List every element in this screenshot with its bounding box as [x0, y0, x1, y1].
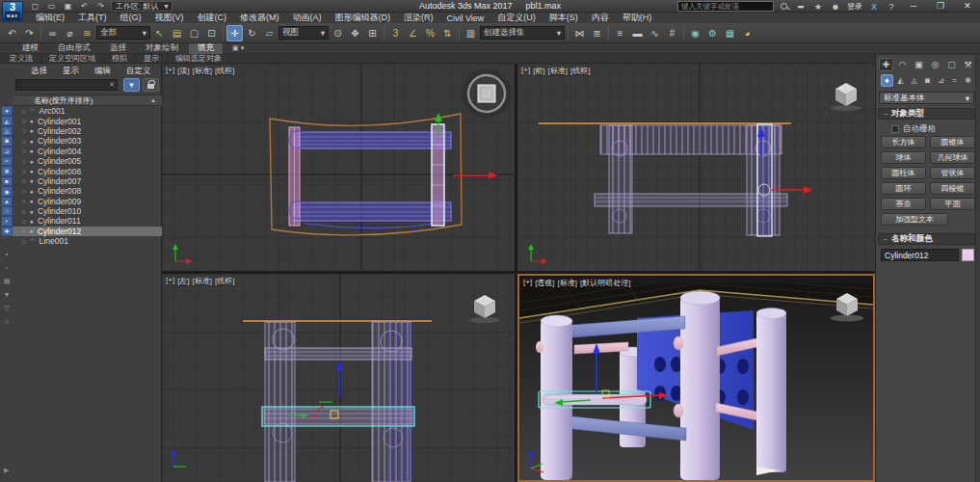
- list-item-selected[interactable]: ○●Cylinder012: [13, 227, 162, 236]
- close-button[interactable]: ✕: [957, 1, 978, 13]
- filter-groups-icon[interactable]: ■: [1, 176, 13, 186]
- viewport-canvas-top[interactable]: [162, 64, 515, 271]
- explorer-menu-display[interactable]: 显示: [55, 66, 87, 77]
- visibility-icon[interactable]: ○: [22, 108, 26, 115]
- viewport-menu-pov[interactable]: [前]: [533, 66, 544, 76]
- menu-edit[interactable]: 编辑(E): [29, 13, 71, 23]
- a360-icon[interactable]: X: [868, 2, 880, 12]
- named-selection-sets-dropdown[interactable]: 创建选择集 ▾: [480, 26, 565, 40]
- viewport-menu-renderer[interactable]: [标准]: [193, 276, 212, 286]
- tool-icon-2[interactable]: ▫: [1, 262, 13, 273]
- redo-icon[interactable]: ↷: [21, 25, 38, 41]
- viewport-menu-general[interactable]: [+]: [521, 66, 530, 76]
- ribbon-minimize-control[interactable]: ▣ ▾: [232, 44, 244, 52]
- ribbon-toggle-icon[interactable]: ▬: [629, 25, 646, 41]
- filter-particles-icon[interactable]: ✚: [1, 227, 13, 236]
- tube-button[interactable]: 管状体: [930, 167, 975, 179]
- list-item[interactable]: ○◠Arc001: [13, 106, 162, 116]
- ribbon-panel-define-flows[interactable]: 定义流: [2, 54, 41, 64]
- schematic-view-icon[interactable]: #: [664, 25, 680, 41]
- explorer-menu-select[interactable]: 选择: [23, 66, 55, 77]
- menu-content[interactable]: 内容: [585, 13, 616, 23]
- visibility-icon[interactable]: ○: [22, 138, 26, 145]
- menu-customize[interactable]: 自定义(U): [490, 13, 543, 23]
- sign-in-label[interactable]: 登录: [847, 1, 862, 12]
- cone-button[interactable]: 圆锥体: [930, 136, 975, 148]
- object-color-swatch[interactable]: [962, 249, 974, 261]
- menu-modifiers[interactable]: 修改器(M): [233, 13, 286, 23]
- explorer-menu-customize[interactable]: 自定义: [119, 66, 159, 77]
- filter-cameras-icon[interactable]: ◙: [1, 136, 13, 146]
- viewport-menu-renderer[interactable]: [标准]: [193, 66, 212, 76]
- visibility-icon[interactable]: ○: [22, 168, 26, 174]
- object-name-field[interactable]: Cylinder012: [881, 249, 959, 261]
- tab-display[interactable]: ▢: [944, 58, 959, 71]
- menu-views[interactable]: 视图(V): [148, 13, 191, 23]
- tool-icon-3[interactable]: ▤: [1, 276, 13, 286]
- tab-create[interactable]: ✚: [879, 58, 893, 71]
- filter-spacewarps-icon[interactable]: ≈: [1, 156, 13, 166]
- pyramid-button[interactable]: 四棱锥: [930, 182, 975, 195]
- search-icon[interactable]: [780, 2, 789, 12]
- list-item[interactable]: ○●Cylinder006: [13, 166, 162, 175]
- explorer-lock-button[interactable]: [143, 78, 159, 92]
- snap-toggle-3d-icon[interactable]: 3: [387, 25, 404, 41]
- viewport-menu-renderer[interactable]: [标准]: [548, 66, 568, 76]
- tab-modify[interactable]: ◠: [895, 58, 910, 71]
- filter-helpers-icon[interactable]: ⊿: [1, 147, 13, 156]
- window-crossing-icon[interactable]: ⊡: [203, 25, 220, 41]
- material-editor-icon[interactable]: ◉: [687, 25, 703, 41]
- viewport-top[interactable]: [+] [顶] [标准] [线框]: [162, 64, 515, 271]
- viewport-left[interactable]: [+] [左] [标准] [线框]: [162, 274, 515, 482]
- viewport-perspective-active[interactable]: [+] [透视] [标准] [默认明暗处理]: [517, 274, 875, 482]
- open-file-icon[interactable]: ▭: [45, 1, 58, 12]
- filter-systems-icon[interactable]: ❋: [1, 166, 13, 175]
- edit-named-sets-icon[interactable]: ▥: [463, 25, 479, 41]
- ribbon-tab-object-paint[interactable]: 对象绘制: [137, 43, 187, 54]
- visibility-icon[interactable]: ○: [22, 147, 26, 154]
- geosphere-button[interactable]: 几何球体: [930, 151, 975, 164]
- category-shapes-icon[interactable]: ◭: [894, 74, 907, 87]
- layer-manager-icon[interactable]: ≡: [612, 25, 628, 41]
- ribbon-panel-display[interactable]: 显示: [136, 54, 168, 64]
- render-production-icon[interactable]: ◕: [739, 25, 755, 41]
- bind-spacewarp-icon[interactable]: ≋: [79, 25, 95, 41]
- command-panel-scrollbar[interactable]: [975, 55, 980, 482]
- select-link-icon[interactable]: ∞: [44, 25, 61, 41]
- selection-filter-dropdown[interactable]: 全部 ▾: [96, 26, 150, 40]
- viewport-menu-shading[interactable]: [线框]: [570, 66, 590, 76]
- list-item[interactable]: ○●Cylinder004: [13, 147, 162, 156]
- user-icon[interactable]: ☻: [830, 2, 841, 12]
- viewport-menu-pov[interactable]: [左]: [177, 276, 189, 286]
- visibility-icon[interactable]: ○: [22, 127, 26, 134]
- name-color-rollout[interactable]: − 名称和颜色: [878, 233, 975, 245]
- viewport-menu-pov[interactable]: [顶]: [177, 66, 189, 76]
- workspace-dropdown[interactable]: 工作区: 默认 ▾: [111, 1, 172, 12]
- explorer-filter-button[interactable]: ▼: [123, 78, 140, 92]
- list-item[interactable]: ○●Cylinder009: [13, 197, 162, 206]
- menu-create[interactable]: 创建(C): [191, 13, 234, 23]
- ribbon-panel-simulate[interactable]: 模拟: [104, 54, 136, 64]
- list-item[interactable]: ○●Cylinder011: [13, 216, 162, 226]
- tab-utilities[interactable]: ⚒: [961, 58, 975, 71]
- category-spacewarps-icon[interactable]: ≈: [948, 74, 961, 87]
- curve-editor-icon[interactable]: ∿: [647, 25, 663, 41]
- list-item[interactable]: ○●Cylinder003: [13, 136, 162, 146]
- category-cameras-icon[interactable]: ◙: [921, 74, 934, 87]
- unlink-selection-icon[interactable]: ⌀: [62, 25, 78, 41]
- filter-materials-icon[interactable]: ◐: [1, 216, 13, 226]
- panel-expander-icon[interactable]: ▶: [4, 467, 9, 474]
- share-icon[interactable]: ➦: [795, 2, 807, 12]
- spinner-snap-icon[interactable]: ⇅: [439, 25, 456, 41]
- favorites-star-icon[interactable]: ★: [812, 2, 824, 12]
- menu-civil-view[interactable]: Civil View: [440, 13, 491, 23]
- menu-help[interactable]: 帮助(H): [616, 13, 659, 23]
- explorer-column-header[interactable]: 名称(按升序排序) ▲: [13, 94, 162, 106]
- keyboard-override-icon[interactable]: ⊞: [364, 25, 381, 41]
- tool-icon-4[interactable]: ▼: [1, 289, 13, 300]
- select-by-name-icon[interactable]: ▤: [169, 25, 185, 41]
- ribbon-tab-populate[interactable]: 填充: [189, 43, 223, 54]
- angle-snap-icon[interactable]: ∠: [405, 25, 421, 41]
- visibility-icon[interactable]: ○: [22, 238, 26, 245]
- object-type-rollout[interactable]: − 对象类型: [878, 108, 975, 120]
